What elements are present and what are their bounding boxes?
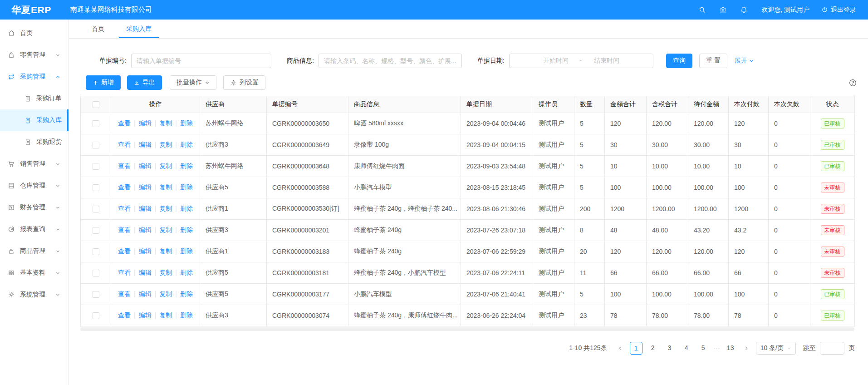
bill-no-input[interactable] [131, 54, 271, 68]
sidebar-subitem-purchase-inbound[interactable]: 采购入库 [0, 109, 69, 131]
view-link[interactable]: 查看 [118, 141, 131, 148]
edit-link[interactable]: 编辑 [139, 226, 152, 233]
edit-link[interactable]: 编辑 [139, 162, 152, 169]
row-checkbox[interactable] [93, 291, 99, 298]
edit-link[interactable]: 编辑 [139, 205, 152, 212]
column-settings-button[interactable]: 列设置 [223, 75, 265, 90]
prev-page-button[interactable] [615, 342, 626, 355]
copy-link[interactable]: 复制 [159, 119, 172, 127]
page-size-select[interactable]: 10 条/页 [756, 342, 796, 355]
row-checkbox[interactable] [93, 206, 99, 212]
row-checkbox[interactable] [93, 248, 99, 255]
sidebar-item-finance[interactable]: 财务管理 [0, 197, 69, 218]
sidebar-item-warehouse[interactable]: 仓库管理 [0, 175, 69, 197]
view-link[interactable]: 查看 [118, 162, 131, 169]
status-cell: 已审核 [810, 113, 855, 134]
edit-link[interactable]: 编辑 [139, 290, 152, 297]
delete-link[interactable]: 删除 [180, 162, 193, 169]
sidebar-subitem-purchase-order[interactable]: 采购订单 [0, 88, 69, 109]
row-checkbox[interactable] [93, 270, 99, 276]
action-divider: | [134, 205, 136, 212]
help-icon[interactable] [848, 79, 857, 87]
money-icon [8, 204, 15, 211]
page-5-button[interactable]: 5 [697, 342, 710, 355]
sidebar-item-goods[interactable]: 商品管理 [0, 240, 69, 262]
cell-material: 录像带 100g [348, 134, 461, 156]
page-3-button[interactable]: 3 [663, 342, 676, 355]
sidebar-item-home[interactable]: 首页 [0, 22, 69, 44]
view-link[interactable]: 查看 [118, 183, 131, 191]
search-button[interactable]: 查询 [666, 54, 692, 68]
copy-link[interactable]: 复制 [159, 269, 172, 276]
view-link[interactable]: 查看 [118, 311, 131, 319]
expand-link[interactable]: 展开 [735, 57, 754, 65]
row-checkbox[interactable] [93, 120, 99, 127]
sidebar-subitem-purchase-return[interactable]: 采购退货 [0, 131, 69, 153]
platform-bank-icon[interactable] [719, 6, 727, 14]
page-4-button[interactable]: 4 [680, 342, 693, 355]
copy-link[interactable]: 复制 [159, 247, 172, 255]
edit-link[interactable]: 编辑 [139, 311, 152, 319]
view-link[interactable]: 查看 [118, 247, 131, 255]
jump-to-input[interactable] [820, 342, 844, 355]
copy-link[interactable]: 复制 [159, 290, 172, 297]
edit-link[interactable]: 编辑 [139, 183, 152, 191]
export-button[interactable]: 导出 [127, 75, 162, 90]
view-link[interactable]: 查看 [118, 119, 131, 127]
row-checkbox[interactable] [93, 184, 99, 191]
view-link[interactable]: 查看 [118, 290, 131, 297]
edit-link[interactable]: 编辑 [139, 119, 152, 127]
delete-link[interactable]: 删除 [180, 247, 193, 255]
row-checkbox[interactable] [93, 312, 99, 319]
copy-link[interactable]: 复制 [159, 226, 172, 233]
sidebar-item-reports[interactable]: 报表查询 [0, 218, 69, 240]
delete-link[interactable]: 删除 [180, 205, 193, 212]
shop-icon [8, 51, 15, 59]
edit-link[interactable]: 编辑 [139, 247, 152, 255]
edit-link[interactable]: 编辑 [139, 269, 152, 276]
view-link[interactable]: 查看 [118, 269, 131, 276]
cell-total: 120 [605, 241, 647, 262]
delete-link[interactable]: 删除 [180, 226, 193, 233]
edit-link[interactable]: 编辑 [139, 141, 152, 148]
row-checkbox[interactable] [93, 163, 99, 170]
copy-link[interactable]: 复制 [159, 205, 172, 212]
delete-link[interactable]: 删除 [180, 141, 193, 148]
reset-button[interactable]: 重 置 [699, 54, 727, 68]
batch-operations-button[interactable]: 批量操作 [170, 75, 216, 90]
search-icon[interactable] [698, 6, 706, 14]
date-range-picker[interactable]: 开始时间 ~ 结束时间 [509, 54, 653, 68]
tab-purchase-inbound[interactable]: 采购入库 [119, 20, 159, 38]
delete-link[interactable]: 删除 [180, 119, 193, 127]
sidebar-item-basedata[interactable]: 基本资料 [0, 262, 69, 284]
next-page-button[interactable] [741, 342, 752, 355]
sidebar-item-system[interactable]: 系统管理 [0, 284, 69, 306]
delete-link[interactable]: 删除 [180, 311, 193, 319]
sidebar-item-sales[interactable]: 销售管理 [0, 153, 69, 175]
page-2-button[interactable]: 2 [647, 342, 659, 355]
select-all-checkbox[interactable] [93, 101, 99, 108]
copy-link[interactable]: 复制 [159, 162, 172, 169]
delete-link[interactable]: 删除 [180, 269, 193, 276]
row-checkbox[interactable] [93, 227, 99, 234]
copy-link[interactable]: 复制 [159, 183, 172, 191]
copy-link[interactable]: 复制 [159, 311, 172, 319]
view-link[interactable]: 查看 [118, 205, 131, 212]
sidebar-item-retail[interactable]: 零售管理 [0, 44, 69, 66]
copy-link[interactable]: 复制 [159, 141, 172, 148]
row-checkbox[interactable] [93, 142, 99, 148]
tab-home[interactable]: 首页 [84, 20, 112, 38]
notification-bell-icon[interactable] [740, 6, 748, 14]
add-button[interactable]: 新增 [86, 75, 121, 90]
material-input[interactable] [319, 54, 462, 68]
delete-link[interactable]: 删除 [180, 183, 193, 191]
sidebar-item-purchase[interactable]: 采购管理 [0, 66, 69, 88]
view-link[interactable]: 查看 [118, 226, 131, 233]
cell-paid: 78 [729, 305, 769, 326]
logout-button[interactable]: 退出登录 [821, 6, 856, 14]
pagination-ellipsis[interactable]: ··· [714, 345, 720, 352]
horizontal-scrollbar[interactable] [80, 327, 854, 331]
page-1-button[interactable]: 1 [630, 342, 642, 355]
page-13-button[interactable]: 13 [724, 342, 737, 355]
delete-link[interactable]: 删除 [180, 290, 193, 297]
